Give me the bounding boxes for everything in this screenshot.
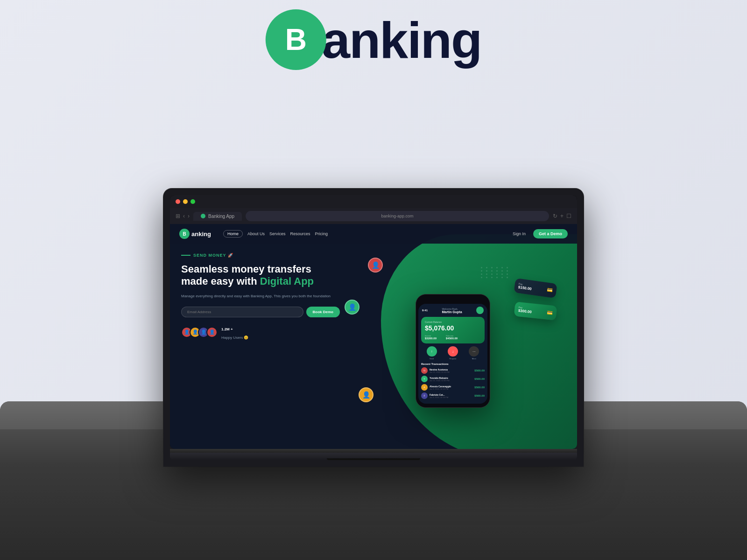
tx-date-1: Jan 15, 2022, 02:10 PM <box>430 371 472 373</box>
site-logo-icon: B <box>179 229 190 239</box>
transaction-row-2: Y Yvonide Belzaire Jan 15, 2022, 02:00 P… <box>421 376 485 382</box>
pay-card-1: Pay $150.00 💳 <box>514 278 557 298</box>
laptop-base <box>170 453 577 460</box>
tab-favicon <box>201 214 205 218</box>
tx-amount-2: $500.00 <box>474 378 485 380</box>
browser-window-controls: ⊞ ‹ › <box>176 213 190 219</box>
avatar-4: 👤 <box>206 327 218 338</box>
hero-right: 👤 👤 👤 <box>340 253 566 440</box>
nav-services-link[interactable]: Services <box>269 231 286 236</box>
refresh-icon[interactable]: ↻ <box>553 213 557 219</box>
tx-info-3: Alessia Caravaggio Jan 8, 2022, 02:10 PM <box>430 385 472 390</box>
happy-count: 1.2M + <box>221 327 233 331</box>
nav-links: Home About Us Services Resources Pricing <box>223 230 328 238</box>
nav-demo-button[interactable]: Get a Demo <box>533 229 568 238</box>
email-form: Book Demo <box>181 307 340 317</box>
avatar-group: 👤 👤 👤 👤 <box>181 327 218 338</box>
tx-avatar-4: F <box>421 392 428 399</box>
send-money-line <box>181 255 190 256</box>
address-text: banking-app.com <box>381 214 414 218</box>
send-money-text: SEND MONEY 🚀 <box>193 253 233 258</box>
nav-home-button[interactable]: Home <box>223 230 243 238</box>
traffic-dot-close[interactable] <box>176 199 180 204</box>
tx-avatar-3: A <box>421 384 428 391</box>
hero-section: SEND MONEY 🚀 Seamless money transfers ma… <box>170 244 577 449</box>
laptop-frame: ⊞ ‹ › Banking App banking-app.com ↻ + ☐ <box>163 189 584 467</box>
tx-info-2: Yvonide Belzaire Jan 15, 2022, 02:00 PM <box>430 377 472 382</box>
send-label: Send <box>430 357 434 360</box>
phone-avatar <box>476 307 484 314</box>
floating-avatar-top: 👤 <box>368 258 383 273</box>
transactions-title: Recent Transactions <box>421 363 485 365</box>
phone-screen: 9:41 Welcome Back, Martin Gupta Current … <box>418 304 487 404</box>
book-demo-button[interactable]: Book Demo <box>306 307 340 317</box>
phone-mockup: 9:41 Welcome Back, Martin Gupta Current … <box>416 294 490 408</box>
nav-pricing-link[interactable]: Pricing <box>315 231 328 236</box>
request-label: Request <box>450 357 457 360</box>
phone-time: 9:41 <box>422 309 428 312</box>
new-tab-icon[interactable]: + <box>560 213 564 219</box>
tx-date-2: Jan 15, 2022, 02:00 PM <box>430 379 472 382</box>
phone-actions: ↑ Send ↓ Request ··· Mor <box>421 346 485 360</box>
request-icon: ↓ <box>448 346 458 357</box>
phone-action-request[interactable]: ↓ Request <box>448 346 458 360</box>
hero-headline-highlight: Digital App <box>260 275 314 287</box>
tab-label: Banking App <box>208 214 234 219</box>
phone-user-name: Martin Gupta <box>442 310 462 314</box>
balance-label: Current Balance <box>425 321 481 323</box>
tx-date-4: Jan 8, 2022, 02:10 PM <box>430 396 472 399</box>
transaction-row-3: A Alessia Caravaggio Jan 8, 2022, 02:10 … <box>421 384 485 391</box>
tx-date-3: Jan 8, 2022, 02:10 PM <box>430 388 472 390</box>
pay-card-1-icon: 💳 <box>547 287 553 294</box>
more-icon: ··· <box>469 346 479 357</box>
grid-icon[interactable]: ⊞ <box>176 213 180 219</box>
brand-hero-area: B anking <box>266 9 482 70</box>
logo-letter: B <box>183 231 186 237</box>
nav-resources-link[interactable]: Resources <box>290 231 310 236</box>
brand-logo-letter: B <box>285 22 307 57</box>
browser-tab[interactable]: Banking App <box>193 212 242 221</box>
hero-subtext: Manage everything directly and easy with… <box>181 294 340 299</box>
tx-amount-1: $500.00 <box>474 369 485 372</box>
tx-avatar-1: N <box>421 367 428 374</box>
bookmarks-icon[interactable]: ☐ <box>566 213 571 219</box>
phone-user-info: Welcome Back, Martin Gupta <box>442 308 462 314</box>
traffic-dot-minimize[interactable] <box>183 199 188 204</box>
tx-amount-3: $500.00 <box>474 386 485 389</box>
income-item: Income $3200.00 <box>425 335 437 340</box>
email-input[interactable] <box>181 307 303 317</box>
pay-card-2-icon: 💳 <box>547 310 553 315</box>
brand-hero-name: anking <box>322 10 482 70</box>
floating-avatar-middle: 👤 <box>345 300 359 315</box>
more-label: More <box>472 357 476 360</box>
browser-chrome: ⊞ ‹ › Banking App banking-app.com ↻ + ☐ <box>170 208 577 224</box>
laptop-topbar <box>170 195 577 208</box>
transaction-row-4: F Fabrizio Cet... Jan 8, 2022, 02:10 PM … <box>421 392 485 399</box>
brand-logo-circle: B <box>266 9 326 70</box>
laptop-hinge <box>170 449 577 453</box>
happy-users: 👤 👤 👤 👤 1.2M + Happy Users 😊 <box>181 324 340 341</box>
outcome-item: Outcome $4500.00 <box>446 335 458 340</box>
happy-users-info: 1.2M + Happy Users 😊 <box>221 324 248 341</box>
address-bar[interactable]: banking-app.com <box>246 211 549 221</box>
pay-card-2: Pay $300.00 💳 <box>514 301 557 320</box>
tx-avatar-2: Y <box>421 376 428 382</box>
laptop-device: ⊞ ‹ › Banking App banking-app.com ↻ + ☐ <box>163 189 584 467</box>
laptop-bezel: ⊞ ‹ › Banking App banking-app.com ↻ + ☐ <box>170 195 577 449</box>
tx-info-4: Fabrizio Cet... Jan 8, 2022, 02:10 PM <box>430 393 472 399</box>
traffic-dot-fullscreen[interactable] <box>190 199 195 204</box>
balance-row: Income $3200.00 Outcome $4500.00 <box>425 335 481 340</box>
site-nav: B anking Home About Us Services Resource… <box>170 224 577 244</box>
back-icon[interactable]: ‹ <box>183 213 185 219</box>
phone-notch <box>441 298 465 302</box>
nav-signin-link[interactable]: Sign In <box>513 231 526 236</box>
forward-icon[interactable]: › <box>188 213 190 219</box>
balance-amount: $5,076.00 <box>425 324 481 332</box>
tx-info-1: Nevine Acotorza Jan 15, 2022, 02:10 PM <box>430 368 472 373</box>
send-money-tag: SEND MONEY 🚀 <box>181 253 340 258</box>
transaction-row-1: N Nevine Acotorza Jan 15, 2022, 02:10 PM… <box>421 367 485 374</box>
nav-about-link[interactable]: About Us <box>247 231 265 236</box>
floating-avatar-bottom: 👤 <box>359 387 374 402</box>
phone-action-send[interactable]: ↑ Send <box>427 346 437 360</box>
phone-action-more[interactable]: ··· More <box>469 346 479 360</box>
